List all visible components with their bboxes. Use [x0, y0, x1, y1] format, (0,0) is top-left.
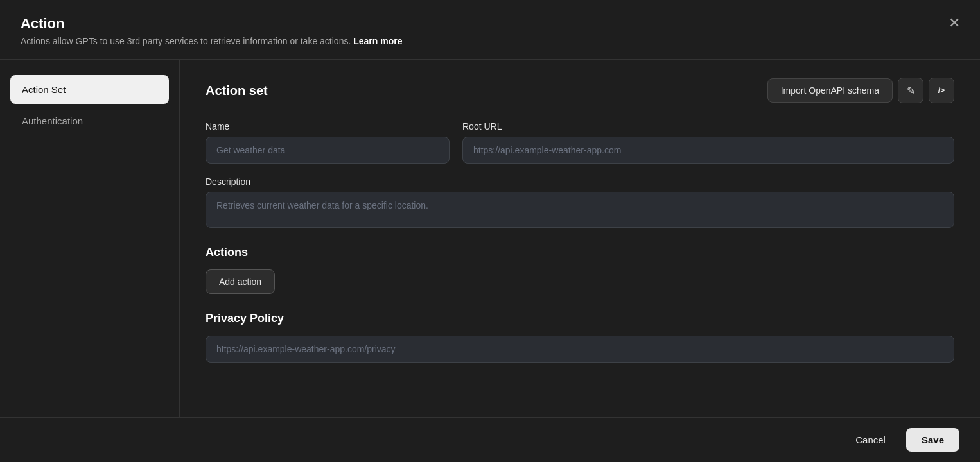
- privacy-section: Privacy Policy: [206, 312, 954, 363]
- sidebar-item-label: Action Set: [22, 84, 66, 95]
- modal-subtitle-text: Actions allow GPTs to use 3rd party serv…: [21, 36, 351, 46]
- code-icon: />: [938, 86, 945, 95]
- edit-icon-button[interactable]: ✎: [898, 78, 923, 103]
- sidebar: Action Set Authentication: [0, 60, 180, 417]
- url-label: Root URL: [462, 121, 954, 132]
- sidebar-item-authentication[interactable]: Authentication: [10, 107, 169, 135]
- name-label: Name: [206, 121, 450, 132]
- actions-section-title: Actions: [206, 246, 954, 259]
- learn-more-link[interactable]: Learn more: [353, 36, 402, 46]
- name-url-row: Name Root URL: [206, 121, 954, 164]
- modal-body: Action Set Authentication Action set Imp…: [0, 60, 980, 417]
- edit-icon: ✎: [907, 85, 915, 97]
- modal-subtitle: Actions allow GPTs to use 3rd party serv…: [21, 36, 959, 46]
- description-label: Description: [206, 176, 954, 187]
- close-button[interactable]: ✕: [944, 13, 965, 33]
- content-header: Action set Import OpenAPI schema ✎ />: [206, 78, 954, 103]
- modal-footer: Cancel Save: [0, 417, 980, 462]
- sidebar-item-label: Authentication: [22, 116, 83, 126]
- cancel-button[interactable]: Cancel: [843, 428, 898, 452]
- main-content: Action set Import OpenAPI schema ✎ /> Na…: [180, 60, 980, 417]
- privacy-policy-input[interactable]: [206, 336, 954, 363]
- sidebar-item-action-set[interactable]: Action Set: [10, 75, 169, 104]
- url-form-group: Root URL: [462, 121, 954, 164]
- privacy-section-title: Privacy Policy: [206, 312, 954, 325]
- save-button[interactable]: Save: [906, 428, 959, 452]
- import-openapi-button[interactable]: Import OpenAPI schema: [767, 78, 893, 103]
- content-title: Action set: [206, 83, 268, 98]
- actions-section: Actions Add action: [206, 246, 954, 294]
- add-action-button[interactable]: Add action: [206, 270, 275, 294]
- modal-header: Action Actions allow GPTs to use 3rd par…: [0, 0, 980, 60]
- description-input[interactable]: [206, 192, 954, 228]
- code-icon-button[interactable]: />: [929, 78, 954, 103]
- name-input[interactable]: [206, 137, 450, 164]
- name-form-group: Name: [206, 121, 450, 164]
- header-actions: Import OpenAPI schema ✎ />: [767, 78, 954, 103]
- root-url-input[interactable]: [462, 137, 954, 164]
- description-form-group: Description: [206, 176, 954, 228]
- modal-title: Action: [21, 15, 959, 32]
- action-modal: Action Actions allow GPTs to use 3rd par…: [0, 0, 980, 462]
